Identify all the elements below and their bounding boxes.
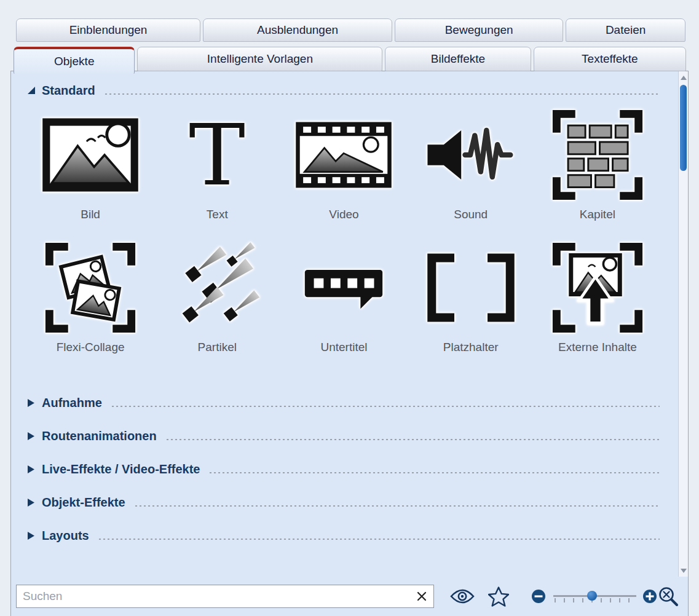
dotted-divider	[165, 438, 660, 441]
object-item-bild[interactable]: Bild	[27, 106, 154, 221]
object-item-externe-inhalte[interactable]: Externe Inhalte	[534, 239, 661, 354]
tab-label: Bildeffekte	[431, 52, 485, 66]
tab-label: Dateien	[606, 23, 646, 37]
object-item-kapitel[interactable]: Kapitel	[534, 106, 661, 221]
item-label: Flexi-Collage	[57, 341, 125, 354]
section-label: Layouts	[42, 529, 89, 543]
section-label: Objekt-Effekte	[42, 496, 125, 510]
tab-objekte[interactable]: Objekte	[14, 47, 135, 74]
tab-bewegungen[interactable]: Bewegungen	[395, 18, 563, 42]
dotted-divider	[134, 505, 660, 507]
section-aufnahme[interactable]: Aufnahme	[27, 386, 661, 419]
tab-texteffekte[interactable]: Texteffekte	[534, 47, 686, 71]
section-layouts[interactable]: Layouts	[27, 519, 661, 552]
section-label: Aufnahme	[42, 396, 102, 410]
tab-row-bottom: Objekte Intelligente Vorlagen Bildeffekt…	[0, 42, 699, 72]
filmstrip-icon	[294, 106, 393, 204]
scrollbar-thumb[interactable]	[680, 85, 687, 171]
object-item-flexi-collage[interactable]: Flexi-Collage	[27, 239, 154, 354]
collapsed-triangle-icon	[27, 432, 42, 441]
particles-icon	[170, 239, 264, 337]
text-icon: T	[181, 106, 253, 204]
external-content-icon	[551, 239, 644, 337]
collapsed-sections: Aufnahme Routenanimationen Live-Effekte …	[27, 386, 661, 552]
magnifier-reset-icon[interactable]	[657, 585, 679, 607]
tab-label: Intelligente Vorlagen	[207, 52, 313, 66]
svg-text:T: T	[189, 116, 245, 194]
tab-einblendungen[interactable]: Einblendungen	[16, 18, 200, 42]
object-item-platzhalter[interactable]: Platzhalter	[408, 239, 534, 354]
section-label: Standard	[42, 84, 95, 98]
subtitle-bubble-icon	[298, 239, 390, 337]
section-live-effekte[interactable]: Live-Effekte / Video-Effekte	[27, 452, 661, 486]
tab-label: Ausblendungen	[257, 23, 338, 37]
item-label: Video	[329, 208, 358, 221]
tab-intelligente-vorlagen[interactable]: Intelligente Vorlagen	[137, 47, 382, 71]
item-label: Bild	[81, 208, 100, 221]
tab-label: Texteffekte	[582, 52, 638, 66]
picture-icon	[42, 106, 139, 204]
search-zoom-toolbar	[10, 577, 689, 616]
section-routenanimationen[interactable]: Routenanimationen	[27, 419, 661, 452]
section-standard[interactable]: Standard	[27, 81, 661, 100]
tab-label: Bewegungen	[445, 23, 513, 37]
dotted-divider	[98, 538, 660, 540]
item-label: Sound	[454, 208, 488, 221]
collapsed-triangle-icon	[27, 531, 42, 540]
collapsed-triangle-icon	[27, 398, 42, 408]
tab-row-top: Einblendungen Ausblendungen Bewegungen D…	[0, 0, 699, 42]
section-objekt-effekte[interactable]: Objekt-Effekte	[27, 486, 661, 519]
scroll-up-arrow-icon[interactable]	[679, 73, 688, 82]
scroll-down-arrow-icon[interactable]	[679, 566, 688, 575]
objects-content-area: Standard Bild	[10, 71, 689, 577]
chapter-blocks-icon	[551, 106, 644, 204]
object-item-partikel[interactable]: Partikel	[154, 239, 280, 354]
clear-search-icon[interactable]	[414, 589, 429, 604]
dotted-divider	[111, 405, 660, 408]
tab-ausblendungen[interactable]: Ausblendungen	[203, 18, 392, 42]
objects-toolbox-panel: Einblendungen Ausblendungen Bewegungen D…	[0, 0, 699, 616]
object-item-text[interactable]: T Text	[154, 106, 280, 221]
search-field-wrapper	[16, 585, 434, 608]
dotted-divider	[104, 93, 660, 95]
object-item-video[interactable]: Video	[280, 106, 407, 221]
collapsed-triangle-icon	[27, 498, 42, 507]
tab-label: Einblendungen	[69, 23, 148, 37]
tab-bildeffekte[interactable]: Bildeffekte	[385, 47, 531, 71]
collapsed-triangle-icon	[27, 465, 42, 474]
section-label: Routenanimationen	[42, 429, 157, 443]
dotted-divider	[208, 472, 660, 474]
zoom-in-button[interactable]	[642, 589, 657, 604]
item-label: Externe Inhalte	[558, 341, 637, 354]
favorites-star-icon[interactable]	[488, 586, 509, 607]
object-item-untertitel[interactable]: Untertitel	[280, 239, 407, 354]
item-label: Untertitel	[320, 341, 367, 354]
expanded-triangle-icon	[27, 86, 42, 95]
item-label: Partikel	[198, 341, 237, 354]
tab-dateien[interactable]: Dateien	[566, 18, 685, 42]
section-label: Live-Effekte / Video-Effekte	[42, 462, 200, 476]
placeholder-brackets-icon	[421, 239, 521, 337]
vertical-scrollbar[interactable]	[678, 71, 688, 577]
item-label: Kapitel	[580, 208, 615, 221]
show-preview-eye-icon[interactable]	[450, 588, 475, 604]
item-label: Platzhalter	[443, 341, 499, 354]
object-item-sound[interactable]: Sound	[408, 106, 534, 221]
tab-label: Objekte	[54, 55, 94, 68]
collage-photos-icon	[44, 239, 137, 337]
speaker-wave-icon	[422, 106, 519, 204]
item-label: Text	[207, 208, 228, 221]
standard-items-grid: Bild T Text	[27, 106, 661, 354]
zoom-out-button[interactable]	[531, 589, 546, 604]
thumbnail-zoom-slider[interactable]	[553, 587, 636, 606]
search-input[interactable]	[16, 585, 434, 608]
